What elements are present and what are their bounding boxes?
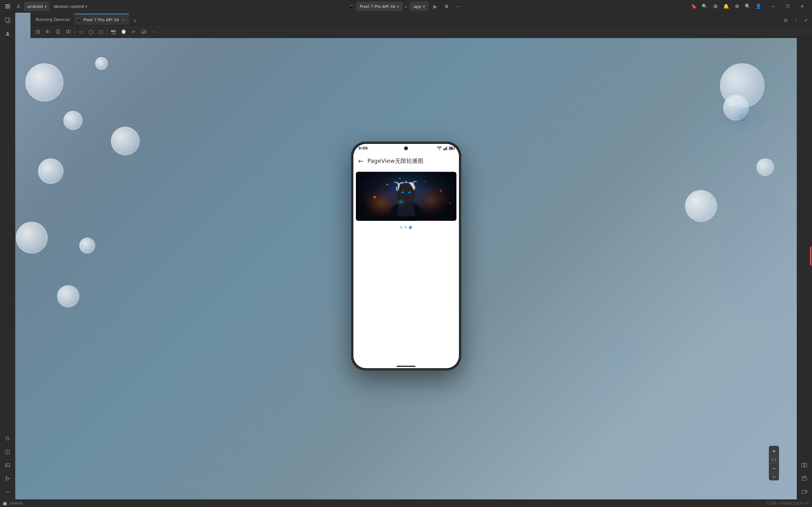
svg-rect-11 [5, 18, 9, 22]
device-selector[interactable]: Pixel 7 Pro API 34 ▾ [356, 2, 403, 11]
power-button[interactable] [33, 27, 43, 37]
search-everywhere-icon[interactable]: 🔍 [700, 1, 710, 11]
zoom-out-button[interactable]: − [769, 463, 779, 473]
svg-point-54 [407, 190, 412, 194]
fold-button[interactable] [63, 27, 73, 37]
svg-rect-65 [805, 463, 807, 467]
android-icon: 🤖 [3, 501, 7, 505]
chevron-down-icon: ▾ [45, 5, 46, 8]
undo-button[interactable]: ↩ [129, 27, 138, 37]
zoom-controls: + 1:1 − ⊡ [769, 446, 779, 481]
tab-options-icon[interactable]: ⋮ [791, 15, 801, 25]
version-control-button[interactable]: Version control ▾ [50, 2, 90, 11]
sidebar-bug-icon[interactable] [1, 432, 14, 445]
sidebar-files-icon[interactable] [1, 14, 14, 26]
svg-point-53 [400, 190, 405, 194]
restore-button[interactable]: ❐ [780, 0, 795, 13]
layout-icon[interactable]: ⊞ [711, 1, 721, 11]
settings-icon[interactable]: ⚙ [732, 1, 742, 11]
project-selector[interactable]: android ▾ [24, 2, 49, 11]
signal-icon [443, 147, 448, 150]
tab-expand-icon[interactable]: ⤢ [801, 15, 811, 25]
svg-point-39 [386, 183, 388, 185]
back-button[interactable]: ◁ [76, 27, 85, 37]
svg-point-44 [449, 203, 451, 205]
phone-content-area [353, 233, 459, 368]
layout-split-icon[interactable]: ⊟ [781, 15, 791, 25]
right-panel-mirror-icon[interactable] [798, 459, 811, 471]
carousel-dot-3[interactable] [409, 226, 412, 229]
svg-point-42 [440, 190, 442, 192]
sidebar-merge-icon[interactable] [1, 472, 14, 485]
sidebar-info-icon[interactable] [1, 446, 14, 458]
app-selector[interactable]: app ▾ [410, 2, 429, 11]
device-tab-label: Pixel 7 Pro API 34 [84, 17, 119, 22]
svg-rect-26 [68, 30, 70, 33]
chevron-down-icon: ▾ [423, 5, 425, 8]
menu-button[interactable] [3, 1, 13, 11]
carousel-dot-2[interactable] [404, 226, 407, 228]
phone-screen: 9:09 [353, 144, 459, 368]
notifications-icon[interactable]: 🔔 [721, 1, 731, 11]
tab-device-pixel[interactable]: 📱 Pixel 7 Pro API 34 ✕ [74, 14, 130, 25]
svg-rect-32 [447, 147, 448, 150]
more-tools-button[interactable]: ⋯ [149, 27, 159, 37]
sidebar-people-icon[interactable] [1, 27, 14, 40]
title-bar-right: 🔖 🔍 ⊞ 🔔 ⚙ 🔍 👤 — ❐ ✕ [542, 0, 809, 13]
app-bar: ← PageView无限轮播图 [353, 153, 459, 169]
carousel-artwork [356, 172, 456, 221]
svg-rect-27 [142, 30, 145, 32]
bottom-project-name: android [10, 501, 23, 505]
watch-button[interactable]: ⌚ [119, 27, 128, 37]
status-time: 9:09 [358, 146, 368, 151]
title-bar-left: A android ▾ Version control ▾ [3, 1, 270, 11]
cast-button[interactable] [139, 27, 148, 37]
svg-rect-30 [444, 148, 445, 150]
run-indicator: ⬧ [405, 4, 407, 9]
svg-rect-8 [5, 4, 10, 5]
account-icon[interactable]: 👤 [754, 1, 764, 11]
add-tab-button[interactable]: + [131, 16, 139, 25]
svg-point-19 [8, 478, 9, 479]
device-viewport: 9:09 [15, 13, 797, 499]
svg-point-21 [7, 492, 8, 493]
rotate-button[interactable] [53, 27, 63, 37]
right-panel-record-icon[interactable] [798, 486, 811, 498]
run-button[interactable]: ▶ [430, 2, 440, 11]
status-icons [437, 147, 455, 150]
zoom-label: 1:1 [771, 456, 777, 463]
svg-point-28 [142, 34, 142, 34]
bookmark-icon[interactable]: 🔖 [689, 1, 699, 11]
close-button[interactable]: ✕ [795, 0, 809, 13]
watermark-text: CSDN ©程序猿正在奋斗中 [767, 501, 809, 506]
tab-running-devices[interactable]: Running Devices [32, 14, 74, 25]
sidebar-images-icon[interactable] [1, 459, 14, 471]
device-toolbar: ◁ ◯ □ 📷 ⌚ ↩ ⋯ [31, 25, 812, 38]
sidebar-more-icon[interactable] [1, 486, 14, 498]
back-arrow-icon[interactable]: ← [358, 157, 364, 165]
app-icon: A [13, 1, 23, 11]
more-options-button[interactable]: ⋯ [453, 1, 463, 11]
right-panel-screenshot-icon[interactable] [798, 472, 811, 485]
tab-close-button[interactable]: ✕ [121, 17, 126, 22]
main-area: 9:09 [15, 13, 812, 499]
minimize-button[interactable]: — [766, 0, 780, 13]
running-devices-label: Running Devices [36, 17, 70, 22]
home-button[interactable]: ◯ [86, 27, 96, 37]
volume-button[interactable] [43, 27, 53, 37]
search-icon[interactable]: 🔍 [743, 1, 753, 11]
carousel-container[interactable] [353, 172, 459, 224]
build-button[interactable]: ⚙ [442, 2, 451, 11]
carousel-dot-1[interactable] [400, 226, 403, 228]
svg-point-12 [7, 32, 9, 34]
svg-point-18 [6, 479, 7, 481]
recent-button[interactable]: □ [96, 27, 106, 37]
svg-rect-25 [66, 30, 68, 33]
svg-rect-29 [443, 149, 444, 150]
zoom-in-button[interactable]: + [769, 446, 779, 456]
svg-point-40 [424, 181, 425, 182]
chevron-down-icon: ▾ [397, 5, 399, 8]
zoom-fit-button[interactable]: ⊡ [770, 474, 777, 481]
screenshot-button[interactable]: 📷 [108, 27, 118, 37]
home-bar [397, 366, 415, 367]
